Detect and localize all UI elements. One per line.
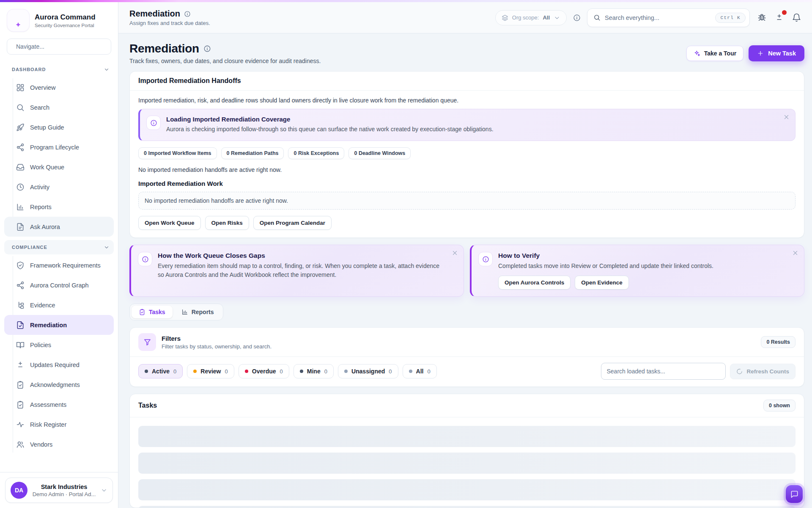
topbar: Remediation Assign fixes and track due d… <box>118 2 812 33</box>
ask-aurora-icon <box>16 223 25 231</box>
filter-chip-overdue[interactable]: Overdue0 <box>239 364 289 378</box>
setup-guide-icon <box>16 123 25 132</box>
sidebar-item-work-queue[interactable]: Work Queue <box>4 157 114 177</box>
chevron-down-icon <box>104 244 110 250</box>
new-task-button[interactable]: New Task <box>749 45 804 61</box>
sidebar-item-evidence[interactable]: Evidence <box>4 295 114 315</box>
sidebar-item-activity[interactable]: Activity <box>4 177 114 197</box>
shown-count-badge: 0 shown <box>763 400 796 411</box>
filter-chip-unassigned[interactable]: Unassigned0 <box>338 364 398 378</box>
org-scope-selector[interactable]: Org scope: All <box>495 10 567 25</box>
aurora-control-graph-icon <box>16 281 25 290</box>
open-aurora-controls-button[interactable]: Open Aurora Controls <box>498 276 571 290</box>
info-card-body: Every remediation item should map to a c… <box>158 262 446 279</box>
sidebar-item-risk-register[interactable]: Risk Register <box>4 414 114 434</box>
help-info-icon[interactable] <box>573 14 581 21</box>
close-info-card-button[interactable] <box>792 250 798 256</box>
tasks-card: Tasks 0 shown <box>129 394 804 508</box>
bug-icon <box>757 13 766 22</box>
sidebar-item-ask-aurora[interactable]: Ask Aurora <box>4 217 114 237</box>
sidebar-item-policies[interactable]: Policies <box>4 335 114 355</box>
open-work-queue-button[interactable]: Open Work Queue <box>138 216 201 230</box>
close-icon <box>783 114 790 120</box>
sidebar-nav: DASHBOARDOverviewSearchSetup GuideProgra… <box>0 59 118 472</box>
nav-section-compliance[interactable]: COMPLIANCE <box>4 240 114 254</box>
navigate-input[interactable] <box>16 43 106 50</box>
filter-chip-review[interactable]: Review0 <box>187 364 234 378</box>
global-search[interactable]: Ctrl K <box>587 8 750 27</box>
imported-handoffs-card: Imported Remediation Handoffs Imported r… <box>129 71 804 238</box>
tab-reports[interactable]: Reports <box>174 306 221 318</box>
close-callout-button[interactable] <box>783 114 790 120</box>
filter-chip-all[interactable]: All0 <box>403 364 437 378</box>
topbar-subtitle: Assign fixes and track due dates. <box>129 20 210 26</box>
shortcut-badge: Ctrl K <box>715 13 746 23</box>
sidebar-item-vendors[interactable]: Vendors <box>4 434 114 454</box>
task-skeleton-row <box>138 479 796 500</box>
search-icon <box>593 14 601 21</box>
brand: Aurora Command Security Governance Porta… <box>0 2 118 35</box>
chat-bubble-icon <box>790 490 798 498</box>
info-card-title: How the Work Queue Closes Gaps <box>158 252 446 260</box>
chat-widget-button[interactable] <box>786 485 803 503</box>
chevron-down-icon <box>554 14 560 21</box>
bug-report-button[interactable] <box>757 12 767 23</box>
open-program-calendar-button[interactable]: Open Program Calendar <box>253 216 332 230</box>
status-dot <box>193 370 197 373</box>
org-scope-label: Org scope: <box>512 14 539 21</box>
sidebar-item-remediation[interactable]: Remediation <box>4 315 114 335</box>
sidebar-item-overview[interactable]: Overview <box>4 77 114 97</box>
chevron-down-icon <box>101 487 107 494</box>
topbar-title: Remediation <box>129 9 180 19</box>
sidebar-item-search[interactable]: Search <box>4 97 114 117</box>
info-icon <box>184 11 191 17</box>
open-risks-button[interactable]: Open Risks <box>205 216 249 230</box>
info-callouts: How the Work Queue Closes GapsEvery reme… <box>129 245 804 297</box>
sidebar-item-program-lifecycle[interactable]: Program Lifecycle <box>4 137 114 157</box>
notification-dot <box>782 10 787 15</box>
notifications-button[interactable] <box>791 12 802 23</box>
sidebar-item-setup-guide[interactable]: Setup Guide <box>4 117 114 137</box>
open-evidence-button[interactable]: Open Evidence <box>575 276 629 290</box>
updates-required-icon <box>16 361 25 369</box>
handoff-stat-chip: 0 Deadline Windows <box>348 147 411 159</box>
sidebar-item-reports[interactable]: Reports <box>4 197 114 217</box>
info-card-how-the-work-queue-closes-gaps: How the Work Queue Closes GapsEvery reme… <box>129 245 464 297</box>
updates-button[interactable] <box>774 12 785 23</box>
filter-chip-mine[interactable]: Mine0 <box>294 364 334 378</box>
filters-card: Filters Filter tasks by status, ownershi… <box>129 327 804 387</box>
callout-body: Aurora is checking imported follow-throu… <box>166 125 494 133</box>
handoff-stat-chip: 0 Risk Exceptions <box>288 147 344 159</box>
sidebar-item-assessments[interactable]: Assessments <box>4 395 114 414</box>
assessments-icon <box>16 400 25 409</box>
imported-work-empty: No imported remediation handoffs are act… <box>138 192 796 210</box>
refresh-counts-button[interactable]: Refresh Counts <box>730 364 796 379</box>
handoffs-description: Imported remediation, risk, and deadline… <box>138 97 796 104</box>
handoff-stat-chip: 0 Remediation Paths <box>221 147 284 159</box>
global-search-input[interactable] <box>605 14 711 21</box>
aurora-logo-icon <box>7 9 30 32</box>
tab-tasks[interactable]: Tasks <box>132 306 173 318</box>
filter-chips: Active0Review0Overdue0Mine0Unassigned0Al… <box>138 364 437 378</box>
info-icon <box>478 252 493 266</box>
search-icon <box>16 103 25 112</box>
brand-name: Aurora Command <box>35 13 96 22</box>
sidebar-item-acknowledgments[interactable]: Acknowledgments <box>4 375 114 395</box>
close-info-card-button[interactable] <box>452 250 458 256</box>
filter-chip-active[interactable]: Active0 <box>138 364 183 378</box>
policies-icon <box>16 341 25 349</box>
user-menu[interactable]: DA Stark Industries Demo Admin · Portal … <box>5 478 113 503</box>
status-dot <box>300 370 303 373</box>
info-card-title: How to Verify <box>498 252 713 260</box>
nav-section-dashboard[interactable]: DASHBOARD <box>4 62 114 77</box>
reports-icon <box>16 203 25 211</box>
take-a-tour-button[interactable]: Take a Tour <box>686 46 744 61</box>
task-search-input[interactable] <box>601 363 726 380</box>
callout-title: Loading Imported Remediation Coverage <box>166 116 494 123</box>
sidebar-item-framework-requirements[interactable]: Framework Requirements <box>4 255 114 275</box>
sidebar-item-aurora-control-graph[interactable]: Aurora Control Graph <box>4 275 114 295</box>
sidebar-navigate-search[interactable] <box>7 39 111 55</box>
info-icon <box>203 45 211 52</box>
risk-register-icon <box>16 420 25 429</box>
sidebar-item-updates-required[interactable]: Updates Required <box>4 355 114 375</box>
